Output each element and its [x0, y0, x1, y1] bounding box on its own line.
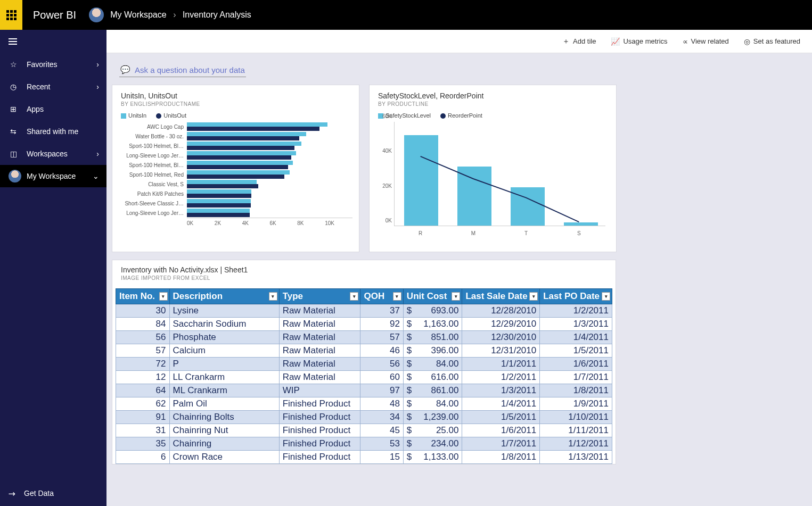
table-cell: 97 — [360, 384, 403, 397]
tile-excel-inventory[interactable]: Inventory with No Activity.xlsx | Sheet1… — [112, 260, 616, 464]
top-header: Power BI My Workspace › Inventory Analys… — [0, 0, 812, 30]
star-icon: ☆ — [9, 60, 18, 69]
table-cell: 1/5/2011 — [462, 411, 540, 424]
qa-input[interactable]: 💬 Ask a question about your data — [119, 63, 246, 77]
table-row: 84Saccharin SodiumRaw Material92$1,163.0… — [116, 318, 612, 331]
table-header[interactable]: Item No.▾ — [116, 289, 170, 304]
table-header[interactable]: Type▾ — [279, 289, 360, 304]
sidebar-item-my-workspace[interactable]: My Workspace ⌄ — [0, 165, 106, 187]
toolbar-label: Set as featured — [753, 37, 800, 45]
table-row: 31Chainring NutFinished Product45$25.001… — [116, 424, 612, 437]
chart-icon: 📈 — [611, 37, 620, 46]
bar-segment — [187, 142, 301, 146]
table-cell: 1/6/2011 — [540, 358, 612, 371]
sidebar: ☆ Favorites › ◷ Recent › ⊞ Apps ⇆ Shared… — [0, 30, 106, 506]
table-cell: 45 — [360, 424, 403, 437]
table-cell: 91 — [116, 411, 170, 424]
view-related-button[interactable]: ∝ View related — [683, 37, 729, 46]
table-cell: Crown Race — [169, 451, 279, 464]
table-cell: 1/10/2011 — [540, 411, 612, 424]
bar-category-label: Sport-100 Helmet, Red — [119, 172, 187, 178]
bar-category-label: AWC Logo Cap — [119, 124, 187, 130]
table-cell: 12/30/2010 — [462, 331, 540, 344]
filter-dropdown-icon[interactable]: ▾ — [269, 292, 277, 301]
filter-dropdown-icon[interactable]: ▾ — [159, 292, 168, 301]
table-header[interactable]: QOH▾ — [360, 289, 403, 304]
table-cell: 34 — [360, 411, 403, 424]
table-cell: WIP — [279, 384, 360, 397]
chevron-right-icon: › — [173, 10, 176, 19]
tile-units[interactable]: UnitsIn, UnitsOut BY ENGLISHPRODUCTNAME … — [112, 85, 359, 252]
legend-label: ReorderPoint — [448, 112, 482, 119]
chevron-right-icon: › — [96, 150, 99, 158]
filter-dropdown-icon[interactable]: ▾ — [452, 292, 460, 301]
filter-dropdown-icon[interactable]: ▾ — [393, 292, 401, 301]
tile-title: SafetyStockLevel, ReorderPoint — [378, 92, 608, 100]
table-cell: Finished Product — [279, 424, 360, 437]
bar-category-label: Long-Sleeve Logo Jer… — [119, 153, 187, 159]
filter-dropdown-icon[interactable]: ▾ — [602, 292, 610, 301]
axis-tick: 10K — [325, 220, 352, 226]
table-cell: 46 — [360, 344, 403, 358]
apps-icon: ⊞ — [9, 105, 18, 113]
table-cell: 1/9/2011 — [540, 397, 612, 411]
table-header[interactable]: Last PO Date▾ — [540, 289, 612, 304]
column-bar — [511, 187, 545, 226]
legend-label: UnitsIn — [128, 112, 146, 119]
filter-dropdown-icon[interactable]: ▾ — [350, 292, 358, 301]
add-tile-button[interactable]: ＋ Add tile — [562, 37, 596, 46]
bar-segment — [187, 209, 250, 213]
breadcrumb-page[interactable]: Inventory Analysis — [183, 10, 251, 19]
bar-segment — [187, 165, 288, 169]
axis-tick: M — [447, 228, 499, 239]
sidebar-item-favorites[interactable]: ☆ Favorites › — [0, 53, 106, 76]
sidebar-toggle-button[interactable] — [0, 30, 106, 53]
chat-icon: 💬 — [120, 65, 130, 74]
table-cell: 35 — [116, 437, 170, 451]
legend-swatch-icon — [156, 113, 161, 119]
sidebar-item-shared[interactable]: ⇆ Shared with me — [0, 120, 106, 143]
sidebar-item-apps[interactable]: ⊞ Apps — [0, 98, 106, 120]
table-cell: Raw Material — [279, 344, 360, 358]
user-avatar-icon[interactable] — [89, 7, 104, 22]
filter-dropdown-icon[interactable]: ▾ — [529, 292, 538, 301]
sidebar-item-label: Get Data — [24, 489, 54, 497]
usage-metrics-button[interactable]: 📈 Usage metrics — [611, 37, 667, 46]
qa-placeholder: Ask a question about your data — [135, 65, 245, 74]
set-featured-button[interactable]: ◎ Set as featured — [744, 37, 800, 46]
table-cell: 12/29/2010 — [462, 318, 540, 331]
bar-category-label: Classic Vest, S — [119, 181, 187, 187]
table-cell: 1/8/2011 — [462, 451, 540, 464]
column-bar — [457, 167, 491, 226]
table-cell: Raw Material — [279, 358, 360, 371]
chevron-down-icon: ⌄ — [93, 172, 99, 180]
sidebar-item-get-data[interactable]: ↗ Get Data — [0, 480, 106, 506]
table-row: 62Palm OilFinished Product48$84.001/4/20… — [116, 397, 612, 411]
clock-icon: ◷ — [9, 82, 18, 91]
table-header[interactable]: Description▾ — [169, 289, 279, 304]
table-cell: 37 — [360, 304, 403, 318]
table-header[interactable]: Unit Cost▾ — [403, 289, 462, 304]
table-cell: Calcium — [169, 344, 279, 358]
table-cell: 1/13/2011 — [540, 451, 612, 464]
tile-safety-stock[interactable]: SafetyStockLevel, ReorderPoint BY PRODUC… — [369, 85, 617, 252]
sidebar-item-label: Recent — [27, 82, 50, 91]
table-header[interactable]: Last Sale Date▾ — [462, 289, 540, 304]
table-cell: LL Crankarm — [169, 371, 279, 384]
bar-segment — [187, 194, 251, 198]
table-cell: 60 — [360, 371, 403, 384]
dashboard-toolbar: ＋ Add tile 📈 Usage metrics ∝ View relate… — [106, 30, 812, 53]
breadcrumb-workspace[interactable]: My Workspace — [110, 10, 167, 19]
table-cell: 1/12/2011 — [540, 437, 612, 451]
sidebar-item-label: Workspaces — [27, 150, 68, 158]
bar-segment — [187, 161, 293, 165]
table-cell: 53 — [360, 437, 403, 451]
sidebar-item-recent[interactable]: ◷ Recent › — [0, 76, 106, 98]
table-cell: 1/1/2011 — [462, 358, 540, 371]
brand-label: Power BI — [33, 9, 76, 21]
table-cell: 1/6/2011 — [462, 424, 540, 437]
sidebar-item-workspaces[interactable]: ◫ Workspaces › — [0, 143, 106, 165]
excel-table: Item No.▾Description▾Type▾QOH▾Unit Cost▾… — [116, 288, 612, 464]
table-row: 35ChainringFinished Product53$234.001/7/… — [116, 437, 612, 451]
app-launcher-button[interactable] — [0, 0, 22, 30]
